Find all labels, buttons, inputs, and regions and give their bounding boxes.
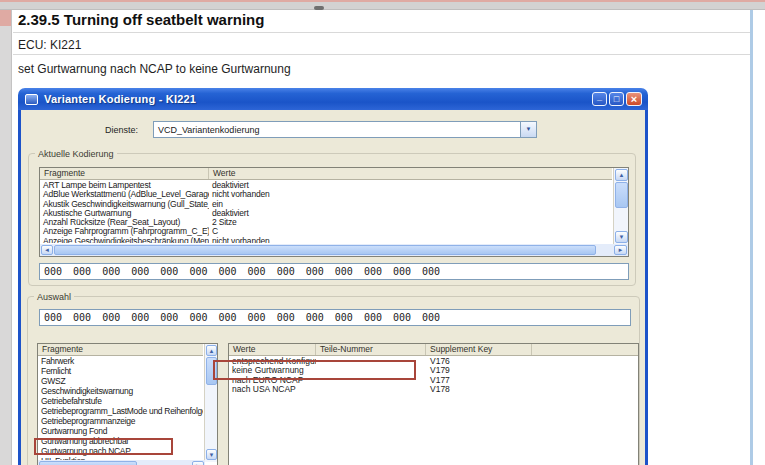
divider [13,32,750,33]
dialog-titlebar[interactable]: Varianten Kodierung - KI221 _ □ × [18,88,648,110]
column-header-fragmente[interactable]: Fragmente [38,344,203,355]
close-icon: × [627,93,641,105]
list-item[interactable]: Fahrwerk [38,356,203,366]
horizontal-scrollbar[interactable]: ► [38,460,205,465]
vertical-scrollbar[interactable]: ▲ ▼ [613,168,628,244]
instruction-text: set Gurtwarnung nach NCAP to keine Gurtw… [18,62,291,76]
scroll-down-icon[interactable]: ▼ [206,449,217,460]
column-header-empty[interactable] [532,344,638,355]
minimize-icon: _ [593,93,606,102]
table-row[interactable]: Anzeige Geschwindigkeitsbeschränkung (Me… [40,237,612,243]
dienste-selected-value: VCD_Variantenkodierung [154,125,259,135]
maximize-button[interactable]: □ [609,92,624,106]
scrollbar-thumb[interactable] [54,245,596,255]
list-item[interactable]: Getriebeprogrammanzeige [38,416,203,426]
list-item[interactable]: Geschwindigkeitswarnung [38,386,203,396]
scrollbar-thumb[interactable] [39,461,137,465]
table-row[interactable]: nach USA NCAP V178 [229,385,638,394]
table-header-row: Werte Teile-Nummer Supplement Key [229,344,638,356]
section-heading: 2.39.5 Turning off seatbelt warning [18,11,264,28]
dialog-body: Dienste: VCD_Variantenkodierung ▼ Aktuel… [18,110,648,465]
list-item[interactable]: Gurtwarnung Fond [38,426,203,436]
horizontal-scrollbar[interactable]: ◄ ► [40,244,628,256]
scrollbar-thumb[interactable] [615,182,628,208]
page-right-scroll-track[interactable] [750,10,753,465]
close-button[interactable]: × [626,92,642,106]
aktuelle-kodierung-group: Aktuelle Kodierung Fragmente Werte ART L… [28,153,636,286]
dialog-title: Varianten Kodierung - KI221 [44,93,196,105]
scroll-right-icon[interactable]: ► [614,245,627,255]
screenshot-root: 2.39.5 Turning off seatbelt warning ECU:… [0,0,765,465]
list-item[interactable]: Getriebefahrstufe [38,396,203,406]
minimize-button[interactable]: _ [592,92,607,106]
column-header-fragmente[interactable]: Fragmente [40,168,209,179]
table-row[interactable]: ART Lampe beim Lampentestdeaktiviert [40,181,612,190]
list-item[interactable]: GWSZ [38,376,203,386]
aktuelle-kodierung-label: Aktuelle Kodierung [35,149,117,159]
column-header-teile-nummer[interactable]: Teile-Nummer [316,344,426,355]
aktuelle-kodierung-table: Fragmente Werte ART Lampe beim Lampentes… [39,167,629,257]
annotation-box-keine-gurtwarnung [213,360,416,380]
toolbar-artifact-mark [314,6,324,10]
scroll-left-icon[interactable]: ◄ [41,245,53,255]
auswahl-label: Auswahl [34,292,74,302]
window-icon [25,94,38,105]
table-row[interactable]: Akustik Geschwindigkeitswarnung (Gull_St… [40,200,612,209]
annotation-box-gurtwarnung-nach-ncap [34,438,173,455]
list-header: Fragmente [38,344,203,356]
table-row[interactable]: AdBlue Werkstattmenü (AdBlue_Level_Garag… [40,190,612,199]
left-window-edge [0,10,12,465]
maximize-icon: □ [610,93,623,105]
list-item[interactable]: Getriebeprogramm_LastMode und Reihenfolg… [38,406,203,416]
table-row[interactable]: Anzahl Rücksitze (Rear_Seat_Layout)2 Sit… [40,218,612,227]
scroll-down-icon[interactable]: ▼ [615,231,628,243]
dienste-combobox[interactable]: VCD_Variantenkodierung ▼ [153,121,537,138]
table-row[interactable]: Akustische Gurtwarnungdeaktiviert [40,209,612,218]
chevron-down-icon[interactable]: ▼ [520,122,536,137]
varianten-kodierung-dialog: Varianten Kodierung - KI221 _ □ × Dienst… [18,88,648,465]
divider [13,54,750,55]
auswahl-group: Auswahl 000 000 000 000 000 000 000 000 … [27,296,640,465]
selected-coding-value-field[interactable]: 000 000 000 000 000 000 000 000 000 000 … [39,309,631,326]
column-header-supplement-key[interactable]: Supplement Key [426,344,532,355]
scroll-right-icon[interactable]: ► [192,461,204,465]
dienste-label: Dienste: [60,125,138,135]
column-header-werte[interactable]: Werte [209,168,612,179]
scroll-up-icon[interactable]: ▲ [615,169,628,181]
current-coding-value-field[interactable]: 000 000 000 000 000 000 000 000 000 000 … [39,263,629,280]
scroll-up-icon[interactable]: ▲ [206,345,217,356]
column-header-werte[interactable]: Werte [229,344,316,355]
list-item[interactable]: Fernlicht [38,366,203,376]
table-header-row: Fragmente Werte [40,168,612,180]
ecu-label: ECU: KI221 [18,38,81,52]
left-edge-accent [0,10,11,26]
table-row[interactable]: Anzeige Fahrprogramm (Fahrprogramm_C_E)C [40,227,612,236]
top-window-edge [0,0,765,10]
